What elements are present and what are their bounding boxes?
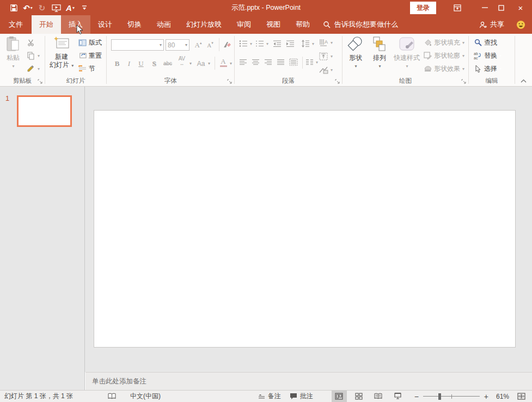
replace-label: 替换 bbox=[484, 51, 497, 60]
reading-view-button[interactable] bbox=[371, 391, 386, 402]
copy-button: ▾ bbox=[26, 50, 40, 61]
zoom-in-button[interactable]: + bbox=[483, 391, 490, 402]
tab-review[interactable]: 审阅 bbox=[229, 15, 259, 34]
font-group-label: 字体 bbox=[107, 77, 234, 85]
paste-label: 粘贴 bbox=[7, 54, 20, 62]
comments-button[interactable]: 批注 bbox=[285, 391, 317, 402]
notes-pane[interactable]: 单击此处添加备注 bbox=[85, 372, 532, 390]
select-arrow-icon bbox=[473, 64, 482, 74]
minimize-button[interactable] bbox=[476, 0, 493, 15]
tab-home[interactable]: 开始 bbox=[32, 15, 61, 34]
select-label: 选择 bbox=[484, 64, 497, 74]
change-case-button: Aa bbox=[195, 58, 207, 69]
slide-thumbnail-selected[interactable] bbox=[17, 95, 72, 127]
replace-icon: abac bbox=[473, 51, 482, 60]
slide-canvas[interactable] bbox=[94, 110, 516, 348]
shape-effects-icon bbox=[423, 64, 432, 74]
notes-icon bbox=[258, 393, 265, 400]
tab-file[interactable]: 文件 bbox=[0, 15, 32, 34]
search-icon bbox=[323, 21, 331, 28]
justify-button bbox=[277, 57, 285, 68]
paragraph-dialog-launcher-icon[interactable] bbox=[335, 79, 340, 84]
slide-thumbnail-panel[interactable]: 1 bbox=[0, 87, 85, 390]
distributed-button bbox=[289, 57, 298, 68]
tab-transitions[interactable]: 切换 bbox=[120, 15, 149, 34]
clipboard-dialog-launcher-icon[interactable] bbox=[38, 79, 43, 84]
section-button[interactable]: 节 ▾ bbox=[78, 63, 100, 74]
spell-check-icon[interactable] bbox=[103, 391, 120, 402]
numbering-button: ▾ bbox=[255, 38, 268, 49]
font-size-combobox[interactable]: 80▾ bbox=[166, 39, 189, 51]
collapse-ribbon-icon[interactable] bbox=[521, 79, 527, 83]
slide-counter[interactable]: 幻灯片 第 1 张，共 1 张 bbox=[0, 391, 77, 402]
shapes-button[interactable]: 形状 ▾ bbox=[345, 36, 366, 69]
layout-button[interactable]: 版式 ▾ bbox=[78, 37, 106, 48]
underline-button: U bbox=[136, 58, 146, 69]
notes-placeholder: 单击此处添加备注 bbox=[92, 377, 146, 386]
clear-formatting-button bbox=[221, 39, 232, 51]
font-name-combobox[interactable]: ▾ bbox=[111, 39, 164, 51]
new-slide-button[interactable]: 新建幻灯片 ▾ bbox=[48, 36, 75, 69]
tab-slideshow[interactable]: 幻灯片放映 bbox=[179, 15, 229, 34]
sign-in-button[interactable]: 登录 bbox=[410, 2, 436, 14]
pen-style-button[interactable]: A▾ bbox=[64, 2, 76, 14]
shrink-font-button: A▾ bbox=[205, 39, 216, 51]
reset-button[interactable]: 重置 bbox=[78, 50, 102, 61]
tell-me-label: 告诉我你想要做什么 bbox=[334, 20, 398, 29]
bullets-button: ▾ bbox=[239, 38, 252, 49]
notes-toggle-button[interactable]: 备注 bbox=[254, 391, 285, 402]
tab-design[interactable]: 设计 bbox=[90, 15, 120, 34]
grow-font-button: A▴ bbox=[193, 39, 204, 51]
zoom-slider-thumb[interactable] bbox=[438, 393, 441, 400]
paragraph-group-label: 段落 bbox=[235, 77, 342, 85]
feedback-smiley-icon[interactable] bbox=[510, 15, 532, 34]
select-button[interactable]: 选择 ▾ bbox=[473, 63, 502, 74]
redo-button-disabled: ↻ bbox=[36, 2, 48, 14]
save-icon[interactable] bbox=[8, 2, 20, 14]
align-right-button bbox=[264, 57, 272, 68]
section-icon bbox=[78, 64, 87, 74]
character-spacing-dropdown: ▾ bbox=[188, 58, 193, 69]
ribbon-display-options-icon[interactable] bbox=[449, 0, 466, 15]
tell-me-search[interactable]: 告诉我你想要做什么 bbox=[317, 15, 403, 34]
increase-indent-button bbox=[286, 38, 295, 49]
ribbon-home: 粘贴 ▾ ▾ ▾ 剪贴板 新建幻灯片 ▾ bbox=[0, 34, 532, 87]
customize-qat-icon[interactable] bbox=[78, 2, 90, 14]
shape-fill-label: 形状填充 bbox=[434, 38, 460, 47]
replace-button[interactable]: abac 替换 ▾ bbox=[473, 50, 502, 61]
undo-button[interactable]: ↶▾ bbox=[22, 2, 34, 14]
slideshow-view-button[interactable] bbox=[390, 391, 406, 402]
share-person-icon bbox=[479, 21, 487, 29]
convert-smartart-button: ▾ bbox=[319, 64, 333, 75]
fit-to-window-button[interactable] bbox=[513, 391, 529, 402]
language-button[interactable]: 中文(中国) bbox=[126, 391, 165, 402]
font-dialog-launcher-icon[interactable] bbox=[227, 79, 233, 84]
share-button[interactable]: 共享 bbox=[473, 15, 510, 34]
drawing-dialog-launcher-icon[interactable] bbox=[461, 79, 467, 84]
zoom-out-button[interactable]: − bbox=[413, 391, 420, 402]
find-button[interactable]: 查找 bbox=[473, 37, 497, 48]
tab-view[interactable]: 视图 bbox=[259, 15, 288, 34]
editing-group-label: 编辑 bbox=[469, 77, 515, 85]
new-slide-label-2: 幻灯片 bbox=[50, 61, 69, 69]
bold-button: B bbox=[112, 58, 122, 69]
decrease-indent-button bbox=[273, 38, 282, 49]
tab-insert[interactable]: 插入 bbox=[61, 15, 90, 34]
close-button[interactable]: × bbox=[509, 0, 532, 15]
zoom-slider[interactable] bbox=[423, 391, 480, 402]
slide-number: 1 bbox=[5, 94, 9, 102]
reset-icon bbox=[78, 51, 87, 60]
svg-text:ac: ac bbox=[474, 56, 478, 59]
shape-outline-icon bbox=[423, 51, 432, 60]
normal-view-button[interactable] bbox=[332, 391, 347, 402]
start-slideshow-icon[interactable] bbox=[50, 2, 62, 14]
tab-animations[interactable]: 动画 bbox=[149, 15, 179, 34]
tab-help[interactable]: 帮助 bbox=[288, 15, 317, 34]
svg-text:A: A bbox=[325, 39, 328, 45]
slide-sorter-view-button[interactable] bbox=[351, 391, 366, 402]
cut-icon bbox=[26, 38, 35, 47]
share-label: 共享 bbox=[490, 20, 504, 29]
arrange-button[interactable]: 排列 ▾ bbox=[369, 36, 390, 69]
zoom-level-button[interactable]: 61% bbox=[490, 391, 513, 402]
maximize-button[interactable] bbox=[493, 0, 509, 15]
